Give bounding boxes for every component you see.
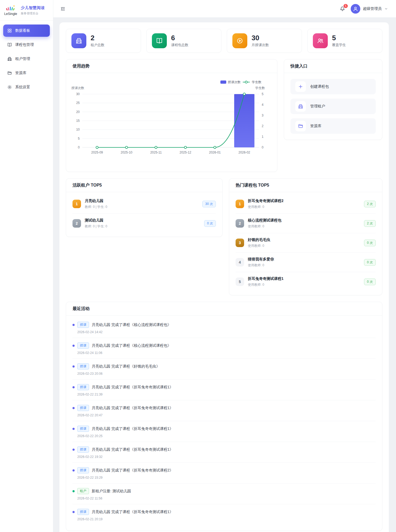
count-badge: 0 次 <box>364 279 376 285</box>
sidebar-item-tenants[interactable]: 租户管理 <box>3 53 50 65</box>
list-item-text: 核心流程测试课程包使用教师: 0 <box>248 218 281 229</box>
quick-entry-resources[interactable]: 资源库 <box>290 118 376 134</box>
building-icon <box>7 57 12 61</box>
quick-entry-create-package[interactable]: 创建课程包 <box>290 79 376 94</box>
brand-logo-text: LeSingle <box>4 12 17 16</box>
rank-badge: 5 <box>236 277 244 286</box>
recent-activity-list: 授课月亮幼儿园 完成了课程《核心流程测试课程包》2026-02-24 14:42… <box>66 316 382 531</box>
chevron-down-icon <box>384 7 388 11</box>
list-item-name: 核心流程测试课程包 <box>248 218 281 223</box>
stat-value: 2 <box>91 34 104 42</box>
user-name: 超级管理员 <box>363 6 382 11</box>
svg-text:2026-01: 2026-01 <box>209 151 221 154</box>
list-item-sub: 教师: 0 | 学生: 0 <box>85 205 107 209</box>
quick-entry-label: 管理租户 <box>310 104 325 109</box>
recent-activity-title: 最近活动 <box>66 302 382 316</box>
active-tenants-card: 活跃租户 TOP5 1月亮幼儿园教师: 0 | 学生: 030 次2测试幼儿园教… <box>66 178 223 237</box>
list-item-name: 月亮幼儿园 <box>85 199 107 203</box>
stat-text: 5覆盖学生 <box>332 34 346 48</box>
activity-tag: 授课 <box>77 342 89 349</box>
activity-time: 2026-02-23 20:06 <box>77 372 376 376</box>
notifications-button[interactable]: 5 <box>340 6 345 12</box>
user-menu[interactable]: 超级管理员 <box>351 4 388 14</box>
brand: LeSingle 少儿智慧阅读 服务管理后台 <box>0 0 53 21</box>
stat-value: 6 <box>171 34 188 42</box>
activity-dot <box>72 490 75 492</box>
list-item-sub: 使用教师: 0 <box>248 263 274 268</box>
activity-text: 新租户注册: 测试幼儿园 <box>92 489 131 494</box>
page-content: 2租户总数6课程包总数30月授课次数5覆盖学生 使用趋势 30252015105… <box>53 18 396 532</box>
list-item-text: 月亮幼儿园教师: 0 | 学生: 0 <box>85 199 107 209</box>
recent-activity-card: 最近活动 授课月亮幼儿园 完成了课程《核心流程测试课程包》2026-02-24 … <box>66 302 382 531</box>
svg-text:学生数: 学生数 <box>252 80 261 84</box>
collapse-sidebar-icon[interactable] <box>60 6 66 11</box>
activity-item: 授课月亮幼儿园 完成了课程《好饿的毛毛虫》2026-02-23 20:06 <box>72 358 376 379</box>
svg-text:5: 5 <box>78 137 80 140</box>
book-open-icon <box>152 33 167 48</box>
activity-dot <box>72 407 75 409</box>
activity-item: 授课月亮幼儿园 完成了课程《折耳兔奇奇测试课程1》2026-02-22 19:3… <box>72 442 376 462</box>
list-item-name: 折耳兔奇奇测试课程1 <box>248 276 284 281</box>
stat-text: 2租户总数 <box>91 34 104 48</box>
notification-badge: 5 <box>343 3 348 9</box>
header: 5 超级管理员 <box>53 0 396 18</box>
plus-icon <box>295 81 306 92</box>
activity-row: 授课月亮幼儿园 完成了课程《折耳兔奇奇测试课程1》 <box>72 446 376 453</box>
list-item-text: 折耳兔奇奇测试课程1使用教师: 0 <box>248 276 284 287</box>
activity-text: 月亮幼儿园 完成了课程《核心流程测试课程包》 <box>92 323 171 327</box>
quick-entry-label: 资源库 <box>310 124 321 128</box>
users-icon <box>313 33 328 48</box>
activity-dot <box>72 428 75 430</box>
count-badge: 30 次 <box>202 201 216 207</box>
svg-text:30: 30 <box>76 92 80 96</box>
list-item-sub: 使用教师: 0 <box>248 224 281 229</box>
activity-time: 2026-02-22 15:29 <box>77 476 376 479</box>
stat-card-monthly-sessions: 30月授课次数 <box>227 29 302 53</box>
hot-packages-title: 热门课程包 TOP5 <box>229 179 382 192</box>
activity-time: 2026-02-22 21:39 <box>77 393 376 396</box>
activity-text: 月亮幼儿园 完成了课程《折耳兔奇奇测试课程1》 <box>92 426 173 431</box>
rank-badge: 2 <box>72 219 81 228</box>
hot-packages-card: 热门课程包 TOP5 1折耳兔奇奇测试课程2使用教师: 02 次2核心流程测试课… <box>229 178 382 295</box>
sidebar-item-course-packages[interactable]: 课程包管理 <box>3 39 50 51</box>
list-item-name: 测试幼儿园 <box>85 218 107 223</box>
activity-item: 授课月亮幼儿园 完成了课程《核心流程测试课程包》2026-02-24 11:06 <box>72 338 376 358</box>
stat-text: 30月授课次数 <box>252 34 269 48</box>
dashboard-grid-icon <box>7 28 12 33</box>
activity-text: 月亮幼儿园 完成了课程《好饿的毛毛虫》 <box>92 364 160 369</box>
play-circle-icon <box>232 33 247 48</box>
svg-text:10: 10 <box>76 128 80 131</box>
activity-text: 月亮幼儿园 完成了课程《折耳兔奇奇测试课程2》 <box>92 468 173 473</box>
quick-entry-manage-tenants[interactable]: 管理租户 <box>290 99 376 114</box>
activity-item: 授课月亮幼儿园 完成了课程《折耳兔奇奇测试课程1》2026-02-22 21:3… <box>72 379 376 400</box>
app-root: LeSingle 少儿智慧阅读 服务管理后台 数据看板课程包管理租户管理资源库系… <box>0 0 396 532</box>
activity-tag: 授课 <box>77 467 89 473</box>
list-item: 3好饿的毛毛虫使用教师: 00 次 <box>236 233 376 252</box>
sidebar-item-label: 数据看板 <box>15 28 30 33</box>
brand-text: 少儿智慧阅读 服务管理后台 <box>21 5 45 15</box>
activity-dot <box>72 386 75 388</box>
svg-text:2026-02: 2026-02 <box>239 151 250 154</box>
book-open-icon <box>7 42 12 47</box>
list-item-sub: 使用教师: 0 <box>248 283 284 287</box>
sidebar-item-resources[interactable]: 资源库 <box>3 67 50 79</box>
sidebar-item-settings[interactable]: 系统设置 <box>3 81 50 93</box>
activity-text: 月亮幼儿园 完成了课程《折耳兔奇奇测试课程1》 <box>92 406 173 410</box>
svg-text:2: 2 <box>262 124 264 128</box>
activity-dot <box>72 365 75 368</box>
svg-text:25: 25 <box>76 101 80 105</box>
activity-item: 授课月亮幼儿园 完成了课程《折耳兔奇奇测试课程1》2026-02-21 20:1… <box>72 504 376 525</box>
stat-label: 月授课次数 <box>252 43 269 47</box>
svg-text:5: 5 <box>262 92 264 96</box>
activity-row: 授课月亮幼儿园 完成了课程《折耳兔奇奇测试课程1》 <box>72 426 376 432</box>
svg-text:20: 20 <box>76 110 80 114</box>
svg-text:学生数: 学生数 <box>255 86 265 90</box>
stat-value: 30 <box>252 34 269 42</box>
rank-badge: 1 <box>236 200 244 208</box>
top5-row: 活跃租户 TOP5 1月亮幼儿园教师: 0 | 学生: 030 次2测试幼儿园教… <box>66 178 382 295</box>
stat-label: 覆盖学生 <box>332 43 346 47</box>
sidebar-item-dashboard[interactable]: 数据看板 <box>3 25 50 37</box>
activity-tag: 授课 <box>77 384 89 390</box>
list-item: 4猜猜我有多爱你使用教师: 00 次 <box>236 252 376 272</box>
rank-badge: 4 <box>236 258 244 267</box>
